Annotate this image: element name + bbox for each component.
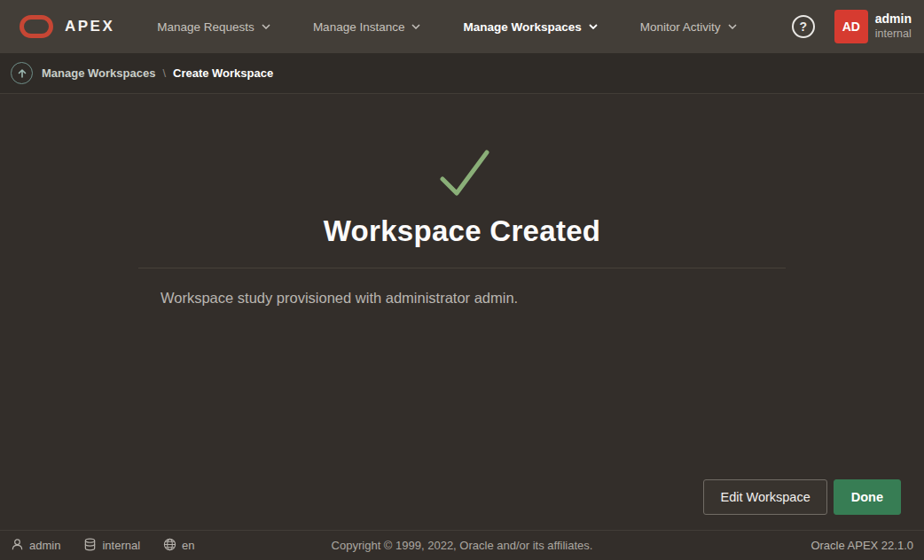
breadcrumb-separator: \ <box>162 66 166 80</box>
chevron-down-icon <box>728 24 737 29</box>
nav-manage-requests[interactable]: Manage Requests <box>136 0 292 53</box>
oracle-logo-icon <box>20 15 53 38</box>
globe-icon <box>163 538 176 554</box>
footer-language-label: en <box>182 539 194 552</box>
footer-left: admin internal <box>11 538 195 554</box>
page-title: Workspace Created <box>0 214 924 248</box>
chevron-down-icon <box>262 24 270 29</box>
button-bar: Edit Workspace Done <box>703 479 901 515</box>
copyright-text: Copyright © 1999, 2022, Oracle and/or it… <box>332 539 593 552</box>
chevron-down-icon <box>589 24 598 29</box>
nav-label: Manage Requests <box>157 20 254 34</box>
nav-label: Manage Instance <box>313 20 405 34</box>
help-icon[interactable]: ? <box>792 15 815 38</box>
footer-user: admin <box>11 538 60 554</box>
success-message: Workspace study provisioned with adminis… <box>161 290 786 307</box>
database-icon <box>83 538 97 554</box>
breadcrumb-parent-link[interactable]: Manage Workspaces <box>42 66 155 80</box>
success-header: Workspace Created <box>0 94 924 248</box>
apex-admin-app: APEX Manage Requests Manage Instance Man… <box>0 0 924 560</box>
user-name: admin <box>875 12 912 27</box>
nav-label: Manage Workspaces <box>463 20 581 34</box>
user-meta: admin internal <box>875 12 912 41</box>
footer-instance-label: internal <box>102 539 140 552</box>
header-right: ? AD admin internal <box>792 10 912 43</box>
main-content: Workspace Created Workspace study provis… <box>0 94 924 530</box>
footer-instance: internal <box>83 538 140 554</box>
breadcrumb: Manage Workspaces \ Create Workspace <box>0 53 924 94</box>
person-icon <box>11 538 24 554</box>
chevron-down-icon <box>411 24 420 29</box>
avatar[interactable]: AD <box>834 10 868 43</box>
check-mark-icon <box>433 145 491 202</box>
nav-label: Monitor Activity <box>640 20 721 34</box>
footer-language: en <box>163 538 194 554</box>
nav-manage-instance[interactable]: Manage Instance <box>292 0 442 53</box>
brand[interactable]: APEX <box>20 15 114 38</box>
nav-manage-workspaces[interactable]: Manage Workspaces <box>442 0 618 53</box>
breadcrumb-current: Create Workspace <box>173 66 273 80</box>
user-instance: internal <box>875 27 912 42</box>
main-nav: Manage Requests Manage Instance Manage W… <box>136 0 757 53</box>
done-button[interactable]: Done <box>834 479 901 515</box>
version-text: Oracle APEX 22.1.0 <box>810 539 913 552</box>
message-region: Workspace study provisioned with adminis… <box>138 268 786 307</box>
footer-user-label: admin <box>29 539 60 552</box>
up-arrow-icon[interactable] <box>11 62 33 84</box>
top-navigation-bar: APEX Manage Requests Manage Instance Man… <box>0 0 924 53</box>
brand-name: APEX <box>65 18 114 35</box>
footer: admin internal <box>0 530 924 560</box>
edit-workspace-button[interactable]: Edit Workspace <box>703 479 826 515</box>
nav-monitor-activity[interactable]: Monitor Activity <box>619 0 758 53</box>
